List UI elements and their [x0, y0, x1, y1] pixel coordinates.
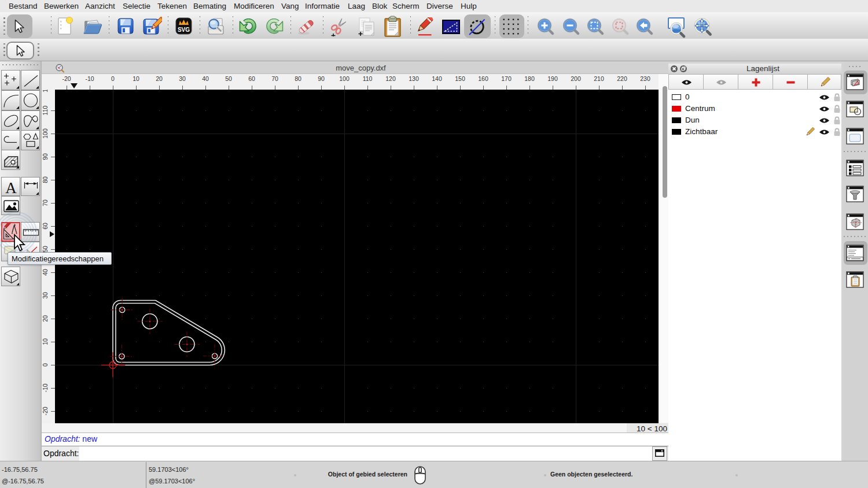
- svg-text:SVG: SVG: [178, 27, 190, 33]
- svg-text:A: A: [5, 179, 17, 197]
